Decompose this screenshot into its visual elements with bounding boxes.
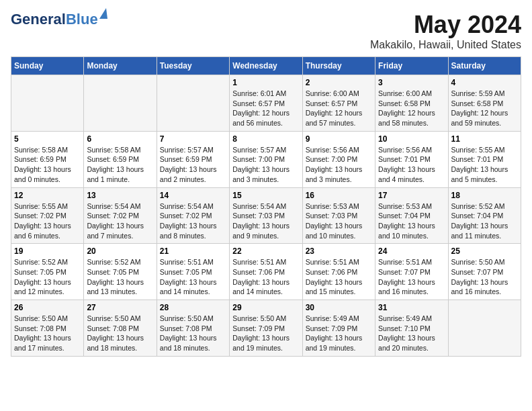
header-cell-friday: Friday [375, 57, 448, 75]
day-number: 26 [14, 303, 81, 312]
day-info: Sunrise: 5:49 AM Sunset: 7:09 PM Dayligh… [306, 314, 372, 353]
day-info: Sunrise: 5:55 AM Sunset: 7:01 PM Dayligh… [451, 145, 518, 185]
logo-blue: Blue [66, 11, 98, 28]
day-number: 11 [451, 134, 518, 144]
page-header: GeneralBlue May 2024 Makakilo, Hawaii, U… [11, 11, 521, 51]
day-info: Sunrise: 5:54 AM Sunset: 7:02 PM Dayligh… [87, 201, 153, 241]
day-info: Sunrise: 5:56 AM Sunset: 7:00 PM Dayligh… [306, 145, 372, 185]
day-cell: 18Sunrise: 5:52 AM Sunset: 7:04 PM Dayli… [448, 187, 521, 244]
day-info: Sunrise: 5:54 AM Sunset: 7:03 PM Dayligh… [232, 201, 299, 241]
day-cell: 13Sunrise: 5:54 AM Sunset: 7:02 PM Dayli… [84, 187, 157, 244]
day-info: Sunrise: 5:55 AM Sunset: 7:02 PM Dayligh… [14, 201, 81, 241]
header-cell-thursday: Thursday [302, 57, 375, 75]
day-number: 12 [14, 191, 81, 200]
day-number: 22 [232, 246, 299, 256]
day-cell: 12Sunrise: 5:55 AM Sunset: 7:02 PM Dayli… [11, 187, 84, 244]
day-info: Sunrise: 5:51 AM Sunset: 7:06 PM Dayligh… [232, 257, 299, 297]
day-info: Sunrise: 5:58 AM Sunset: 6:59 PM Dayligh… [14, 145, 81, 185]
day-number: 18 [451, 191, 518, 200]
day-number: 29 [232, 303, 299, 312]
day-cell: 2Sunrise: 6:00 AM Sunset: 6:57 PM Daylig… [302, 75, 375, 132]
day-info: Sunrise: 5:51 AM Sunset: 7:06 PM Dayligh… [306, 257, 372, 297]
day-number: 24 [378, 246, 445, 256]
day-cell: 4Sunrise: 5:59 AM Sunset: 6:58 PM Daylig… [448, 75, 521, 132]
day-number: 17 [378, 191, 445, 200]
day-cell: 22Sunrise: 5:51 AM Sunset: 7:06 PM Dayli… [230, 244, 302, 300]
day-info: Sunrise: 5:51 AM Sunset: 7:07 PM Dayligh… [378, 257, 445, 297]
day-number: 6 [87, 134, 153, 144]
week-row-2: 5Sunrise: 5:58 AM Sunset: 6:59 PM Daylig… [11, 131, 521, 187]
page-subtitle: Makakilo, Hawaii, United States [370, 39, 521, 51]
page-title: May 2024 [370, 11, 521, 39]
week-row-1: 1Sunrise: 6:01 AM Sunset: 6:57 PM Daylig… [11, 75, 521, 132]
header-cell-monday: Monday [84, 57, 157, 75]
day-number: 30 [306, 303, 372, 312]
day-number: 5 [14, 134, 81, 144]
day-number: 13 [87, 191, 153, 200]
day-number: 25 [451, 246, 518, 256]
day-info: Sunrise: 5:50 AM Sunset: 7:08 PM Dayligh… [14, 314, 81, 353]
day-info: Sunrise: 5:51 AM Sunset: 7:05 PM Dayligh… [160, 257, 226, 297]
day-info: Sunrise: 5:49 AM Sunset: 7:10 PM Dayligh… [378, 314, 445, 353]
title-block: May 2024 Makakilo, Hawaii, United States [370, 11, 521, 51]
day-info: Sunrise: 5:56 AM Sunset: 7:01 PM Dayligh… [378, 145, 445, 185]
day-cell: 31Sunrise: 5:49 AM Sunset: 7:10 PM Dayli… [375, 300, 448, 357]
day-cell: 14Sunrise: 5:54 AM Sunset: 7:02 PM Dayli… [157, 187, 229, 244]
day-cell: 16Sunrise: 5:53 AM Sunset: 7:03 PM Dayli… [302, 187, 375, 244]
day-cell: 24Sunrise: 5:51 AM Sunset: 7:07 PM Dayli… [375, 244, 448, 300]
day-info: Sunrise: 5:59 AM Sunset: 6:58 PM Dayligh… [451, 89, 518, 128]
day-info: Sunrise: 5:52 AM Sunset: 7:05 PM Dayligh… [14, 257, 81, 297]
day-number: 28 [160, 303, 226, 312]
header-cell-saturday: Saturday [448, 57, 521, 75]
day-number: 14 [160, 191, 226, 200]
day-number: 19 [14, 246, 81, 256]
day-number: 20 [87, 246, 153, 256]
day-cell: 7Sunrise: 5:57 AM Sunset: 6:59 PM Daylig… [157, 131, 229, 187]
day-cell: 25Sunrise: 5:50 AM Sunset: 7:07 PM Dayli… [448, 244, 521, 300]
header-cell-tuesday: Tuesday [157, 57, 229, 75]
day-cell [11, 75, 84, 132]
day-info: Sunrise: 5:50 AM Sunset: 7:08 PM Dayligh… [160, 314, 226, 353]
day-info: Sunrise: 5:52 AM Sunset: 7:05 PM Dayligh… [87, 257, 153, 297]
day-number: 2 [306, 78, 372, 87]
day-cell [448, 300, 521, 357]
day-number: 7 [160, 134, 226, 144]
day-info: Sunrise: 6:01 AM Sunset: 6:57 PM Dayligh… [232, 89, 299, 128]
header-row: SundayMondayTuesdayWednesdayThursdayFrid… [11, 57, 521, 75]
day-info: Sunrise: 5:52 AM Sunset: 7:04 PM Dayligh… [451, 201, 518, 241]
day-cell: 15Sunrise: 5:54 AM Sunset: 7:03 PM Dayli… [230, 187, 302, 244]
day-cell: 6Sunrise: 5:58 AM Sunset: 6:59 PM Daylig… [84, 131, 157, 187]
header-cell-sunday: Sunday [11, 57, 84, 75]
day-cell: 26Sunrise: 5:50 AM Sunset: 7:08 PM Dayli… [11, 300, 84, 357]
week-row-3: 12Sunrise: 5:55 AM Sunset: 7:02 PM Dayli… [11, 187, 521, 244]
day-cell: 23Sunrise: 5:51 AM Sunset: 7:06 PM Dayli… [302, 244, 375, 300]
day-cell: 9Sunrise: 5:56 AM Sunset: 7:00 PM Daylig… [302, 131, 375, 187]
calendar-table: SundayMondayTuesdayWednesdayThursdayFrid… [11, 56, 521, 357]
day-info: Sunrise: 6:00 AM Sunset: 6:58 PM Dayligh… [378, 89, 445, 128]
day-cell: 3Sunrise: 6:00 AM Sunset: 6:58 PM Daylig… [375, 75, 448, 132]
day-number: 9 [306, 134, 372, 144]
day-cell: 21Sunrise: 5:51 AM Sunset: 7:05 PM Dayli… [157, 244, 229, 300]
day-info: Sunrise: 5:54 AM Sunset: 7:02 PM Dayligh… [160, 201, 226, 241]
day-cell [157, 75, 229, 132]
day-cell: 20Sunrise: 5:52 AM Sunset: 7:05 PM Dayli… [84, 244, 157, 300]
header-cell-wednesday: Wednesday [230, 57, 302, 75]
day-cell: 29Sunrise: 5:50 AM Sunset: 7:09 PM Dayli… [230, 300, 302, 357]
day-number: 15 [232, 191, 299, 200]
day-info: Sunrise: 5:53 AM Sunset: 7:03 PM Dayligh… [306, 201, 372, 241]
day-number: 8 [232, 134, 299, 144]
day-number: 1 [232, 78, 299, 87]
day-number: 31 [378, 303, 445, 312]
day-cell [84, 75, 157, 132]
day-cell: 1Sunrise: 6:01 AM Sunset: 6:57 PM Daylig… [230, 75, 302, 132]
day-number: 10 [378, 134, 445, 144]
day-info: Sunrise: 5:58 AM Sunset: 6:59 PM Dayligh… [87, 145, 153, 185]
day-cell: 19Sunrise: 5:52 AM Sunset: 7:05 PM Dayli… [11, 244, 84, 300]
day-info: Sunrise: 5:57 AM Sunset: 6:59 PM Dayligh… [160, 145, 226, 185]
day-number: 23 [306, 246, 372, 256]
day-cell: 8Sunrise: 5:57 AM Sunset: 7:00 PM Daylig… [230, 131, 302, 187]
day-cell: 30Sunrise: 5:49 AM Sunset: 7:09 PM Dayli… [302, 300, 375, 357]
day-number: 3 [378, 78, 445, 87]
day-cell: 10Sunrise: 5:56 AM Sunset: 7:01 PM Dayli… [375, 131, 448, 187]
day-cell: 27Sunrise: 5:50 AM Sunset: 7:08 PM Dayli… [84, 300, 157, 357]
